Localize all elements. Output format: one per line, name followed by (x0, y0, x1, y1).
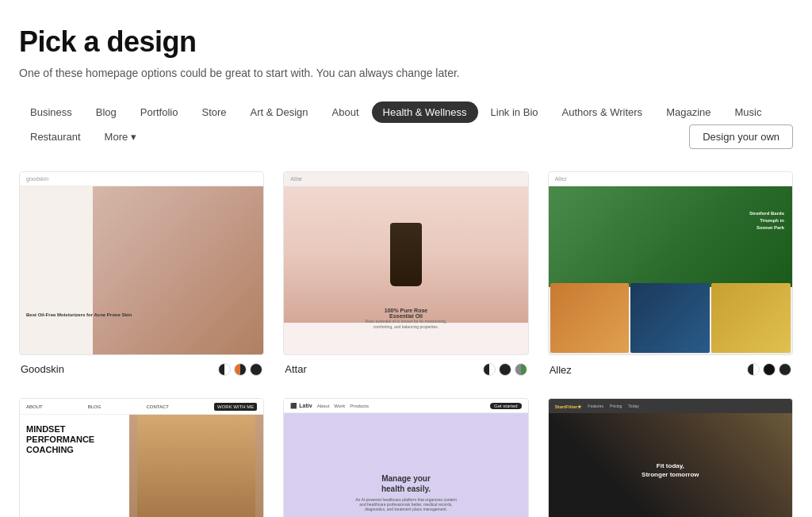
thumbnail-bar: goodskin (20, 172, 263, 186)
thumbnail-bar: ABOUT BLOG CONTACT WORK WITH ME (20, 399, 263, 415)
nav-tab-health-wellness[interactable]: Health & Wellness (372, 101, 478, 123)
thumbnail-main-text: Manage yourhealth easily. (381, 473, 431, 494)
nav-item-contact: CONTACT (146, 404, 169, 409)
nav-tab-store[interactable]: Store (190, 101, 237, 123)
nav-sf-1: Features (588, 404, 603, 408)
nav-tabs: BusinessBlogPortfolioStoreArt & DesignAb… (19, 101, 793, 149)
thumbnail-img-2 (630, 283, 710, 353)
thumbnail-bar: Allez (549, 172, 792, 186)
nav-tab-art-design[interactable]: Art & Design (239, 101, 320, 123)
thumbnail-bar: Attar (284, 172, 527, 186)
thumbnail-hero: Manage yourhealth easily. An AI-powered … (284, 413, 527, 517)
nav-tab-about[interactable]: About (321, 101, 370, 123)
nav-tab-link-in-bio[interactable]: Link in Bio (480, 101, 550, 123)
color-swatch-attar-0[interactable] (483, 363, 496, 376)
template-card-allez[interactable]: Allez Stratford BardsTriumph inSonnet Pa… (548, 171, 793, 379)
thumbnail-image (284, 186, 527, 323)
template-card-goodskin[interactable]: goodskin Best Oil-Free Moisturizers for … (19, 171, 264, 379)
templates-grid: goodskin Best Oil-Free Moisturizers for … (19, 171, 793, 517)
thumbnail-caption: 100% Pure RoseEssential Oil (284, 308, 527, 319)
nav-tab-music[interactable]: Music (724, 101, 773, 123)
template-card-lativ[interactable]: ⬛ Lativ About Work Products Get started … (283, 398, 528, 517)
template-card-startfitter[interactable]: StartFitter★ Features Pricing Today Fit … (548, 398, 793, 517)
color-swatch-attar-2[interactable] (515, 363, 527, 376)
thumbnail-hero-text: Stratford BardsTriumph inSonnet Park (749, 210, 784, 232)
thumbnail-heading: MINDSETPERFORMANCECOACHING (26, 424, 123, 456)
template-card-annalee[interactable]: ABOUT BLOG CONTACT WORK WITH ME MINDSETP… (19, 398, 264, 517)
page-subtitle: One of these homepage options could be g… (19, 67, 793, 79)
color-swatch-goodskin-1[interactable] (234, 363, 247, 376)
template-info-goodskin: Goodskin (19, 355, 264, 379)
template-info-allez: Allez (548, 355, 793, 379)
template-thumbnail-allez: Allez Stratford BardsTriumph inSonnet Pa… (548, 171, 793, 355)
thumbnail-sub-text: An AI-powered healthcare platform that o… (355, 497, 457, 511)
nav-item-1: About (317, 404, 330, 408)
color-swatches-allez (747, 363, 791, 376)
nav-item-work: WORK WITH ME (214, 403, 257, 411)
template-info-attar: Attar (283, 355, 528, 379)
color-swatch-attar-1[interactable] (499, 363, 511, 376)
thumbnail-bar: ⬛ Lativ About Work Products Get started (284, 399, 527, 413)
template-thumbnail-startfitter: StartFitter★ Features Pricing Today Fit … (548, 398, 793, 517)
thumbnail-bar: StartFitter★ Features Pricing Today (549, 399, 792, 413)
color-swatch-goodskin-2[interactable] (250, 363, 262, 376)
thumbnail-logo: ⬛ Lativ (290, 403, 312, 409)
thumbnail-logo: StartFitter★ (555, 404, 582, 409)
thumbnail-sub: Rose essential oil is known for its mois… (284, 319, 527, 331)
template-thumbnail-lativ: ⬛ Lativ About Work Products Get started … (283, 398, 528, 517)
thumbnail-right (129, 415, 263, 517)
thumbnail-text: Best Oil-Free Moisturizers for Acne Pron… (26, 312, 132, 318)
color-swatch-allez-0[interactable] (747, 363, 760, 376)
page-title: Pick a design (19, 25, 793, 59)
product-bottle (390, 223, 422, 286)
template-thumbnail-attar: Attar 100% Pure RoseEssential Oil Rose e… (283, 171, 528, 355)
nav-tab-authors-writers[interactable]: Authors & Writers (551, 101, 654, 123)
template-name-attar: Attar (285, 363, 306, 375)
thumbnail-hero: Fit today,Stronger tomorrow (549, 413, 792, 517)
template-thumbnail-goodskin: goodskin Best Oil-Free Moisturizers for … (19, 171, 264, 355)
thumbnail-content: MINDSETPERFORMANCECOACHING (20, 415, 263, 517)
nav-tab-business[interactable]: Business (19, 101, 83, 123)
thumbnail-portrait (137, 415, 255, 517)
color-swatches-attar (483, 363, 527, 376)
nav-item-2: Work (334, 404, 345, 408)
template-name-goodskin: Goodskin (21, 363, 64, 375)
nav-tab-magazine[interactable]: Magazine (655, 101, 722, 123)
page-wrapper: Pick a design One of these homepage opti… (0, 0, 812, 517)
nav-sf-3: Today (628, 404, 638, 408)
nav-tab-restaurant[interactable]: Restaurant (19, 126, 92, 147)
thumbnail-bottom (549, 281, 792, 354)
design-own-button[interactable]: Design your own (689, 124, 793, 149)
template-thumbnail-annalee: ABOUT BLOG CONTACT WORK WITH ME MINDSETP… (19, 398, 264, 517)
thumbnail-left: MINDSETPERFORMANCECOACHING (20, 415, 129, 517)
hero-text: Fit today,Stronger tomorrow (642, 461, 699, 478)
template-name-allez: Allez (550, 364, 572, 376)
nav-tab-blog[interactable]: Blog (85, 101, 128, 123)
thumbnail-hero: Stratford BardsTriumph inSonnet Park (549, 186, 792, 287)
color-swatches-goodskin (218, 363, 262, 376)
nav-tab-portfolio[interactable]: Portfolio (129, 101, 190, 123)
thumbnail-image (93, 186, 263, 354)
color-swatch-goodskin-0[interactable] (218, 363, 231, 376)
nav-item-about: ABOUT (26, 404, 43, 409)
nav-sf-2: Pricing (610, 404, 622, 408)
cta-pill: Get started (490, 403, 522, 409)
template-card-attar[interactable]: Attar 100% Pure RoseEssential Oil Rose e… (283, 171, 528, 379)
color-swatch-allez-1[interactable] (763, 363, 776, 376)
thumbnail-img-3 (711, 283, 791, 353)
thumbnail-img-1 (550, 283, 630, 353)
color-swatch-allez-2[interactable] (779, 363, 791, 376)
nav-item-3: Products (350, 404, 369, 408)
nav-item-blog: BLOG (88, 404, 102, 409)
nav-tab-more[interactable]: More ▾ (94, 126, 147, 147)
